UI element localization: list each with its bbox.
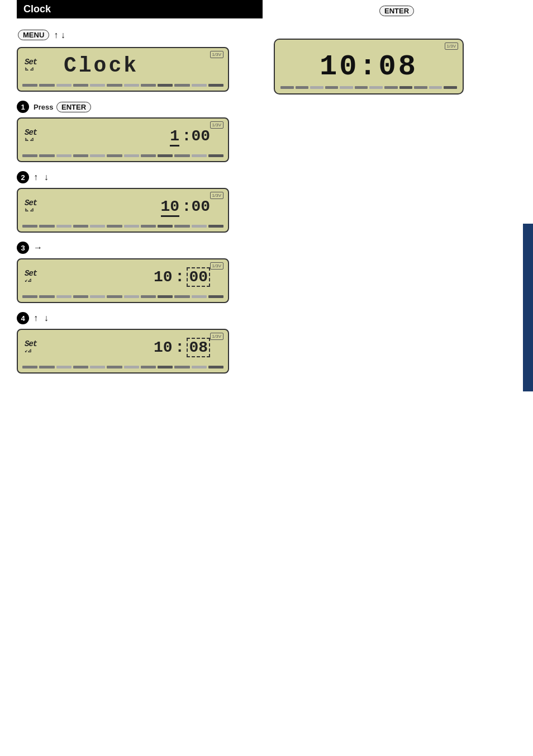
seg bbox=[124, 366, 139, 368]
seg bbox=[208, 84, 223, 87]
set-label-0: Set ⊾⊿ bbox=[25, 58, 58, 72]
seg bbox=[325, 86, 339, 89]
seg bbox=[124, 154, 139, 157]
seg bbox=[296, 86, 309, 89]
lcd-segments-4 bbox=[22, 365, 223, 369]
final-time-display: 10:08 bbox=[320, 50, 418, 83]
seg bbox=[310, 86, 323, 89]
seg bbox=[355, 86, 368, 89]
battery-indicator-final: 1/3V bbox=[445, 42, 458, 50]
step2-label: 2 ↑ ↓ bbox=[17, 171, 263, 183]
step2-time-display: 10 :00 bbox=[161, 198, 210, 215]
seg bbox=[141, 366, 156, 368]
seg bbox=[369, 86, 383, 89]
seg bbox=[90, 225, 105, 228]
seg bbox=[192, 154, 207, 157]
lcd-segments-0 bbox=[22, 83, 223, 87]
seg bbox=[22, 366, 37, 368]
page-title: Clock bbox=[17, 0, 263, 18]
seg bbox=[174, 295, 189, 298]
enter-button-area: ENTER bbox=[274, 6, 520, 16]
seg bbox=[56, 295, 72, 298]
seg bbox=[90, 295, 105, 298]
seg bbox=[90, 366, 105, 368]
seg bbox=[141, 225, 156, 228]
set-label-2: Set ⊾⊿ bbox=[25, 199, 58, 213]
page-tab-marker bbox=[523, 224, 533, 391]
step1-label: 1 Press ENTER bbox=[17, 101, 263, 113]
seg bbox=[192, 84, 207, 87]
seg bbox=[174, 366, 189, 368]
right-arrow-3: → bbox=[34, 243, 42, 252]
seg bbox=[444, 86, 457, 89]
step1-time-display: 1 :00 bbox=[170, 127, 210, 145]
up-arrow-2: ↑ bbox=[34, 172, 38, 182]
seg bbox=[192, 295, 207, 298]
step3-circle: 3 bbox=[17, 242, 29, 254]
step4-time-display: 10 : 08 bbox=[154, 339, 210, 356]
seg bbox=[208, 295, 223, 298]
set-label-1: Set ⊾⊿ bbox=[25, 129, 58, 143]
seg bbox=[174, 84, 189, 87]
seg bbox=[124, 295, 139, 298]
seg bbox=[107, 154, 122, 157]
seg bbox=[39, 84, 54, 87]
lcd-segments-1 bbox=[22, 153, 223, 158]
seg bbox=[73, 366, 88, 368]
seg bbox=[208, 225, 223, 228]
seg bbox=[340, 86, 353, 89]
seg bbox=[56, 84, 72, 87]
lcd-segments-3 bbox=[22, 294, 223, 299]
seg bbox=[192, 366, 207, 368]
lcd-step2-display: 1/3V Set ⊾⊿ 10 :00 bbox=[17, 188, 229, 233]
seg bbox=[56, 366, 72, 368]
seg bbox=[280, 86, 294, 89]
seg bbox=[39, 225, 54, 228]
seg bbox=[192, 225, 207, 228]
seg bbox=[208, 154, 223, 157]
down-arrow-4: ↓ bbox=[44, 313, 49, 323]
seg bbox=[22, 84, 37, 87]
seg bbox=[158, 225, 173, 228]
step4-label: 4 ↑ ↓ bbox=[17, 312, 263, 324]
seg bbox=[22, 225, 37, 228]
lcd-step1-display: 1/3V Set ⊾⊿ 1 :00 bbox=[17, 117, 229, 162]
seg bbox=[414, 86, 427, 89]
seg bbox=[158, 154, 173, 157]
seg bbox=[39, 366, 54, 368]
seg bbox=[107, 366, 122, 368]
left-column: Clock MENU ↑ ↓ 1/3V Set ⊾⊿ Clock bbox=[17, 0, 263, 381]
seg bbox=[56, 154, 72, 157]
seg bbox=[73, 225, 88, 228]
seg bbox=[107, 225, 122, 228]
set-label-4: Set ↙⊿ bbox=[25, 340, 58, 354]
set-label-3: Set ↙⊿ bbox=[25, 270, 58, 284]
seg bbox=[158, 84, 173, 87]
seg bbox=[158, 295, 173, 298]
seg bbox=[107, 84, 122, 87]
lcd-segments-2 bbox=[22, 224, 223, 228]
seg bbox=[384, 86, 398, 89]
seg bbox=[90, 154, 105, 157]
step1-circle: 1 bbox=[17, 101, 29, 113]
lcd-clock-display: 1/3V Set ⊾⊿ Clock bbox=[17, 47, 229, 92]
enter-button-label-right: ENTER bbox=[379, 6, 414, 16]
battery-indicator-1: 1/3V bbox=[210, 121, 223, 129]
seg bbox=[141, 84, 156, 87]
battery-indicator-3: 1/3V bbox=[210, 262, 223, 270]
right-column: ENTER 1/3V 10:08 bbox=[274, 0, 520, 94]
seg bbox=[208, 366, 223, 368]
seg bbox=[39, 154, 54, 157]
seg bbox=[39, 295, 54, 298]
step4-circle: 4 bbox=[17, 312, 29, 324]
enter-button-label-1: ENTER bbox=[56, 102, 91, 112]
menu-button-label: MENU bbox=[18, 30, 49, 40]
seg bbox=[56, 225, 72, 228]
seg bbox=[429, 86, 442, 89]
battery-indicator-2: 1/3V bbox=[210, 192, 223, 199]
lcd-segments-final bbox=[280, 86, 457, 89]
step1-text: Press ENTER bbox=[34, 102, 92, 112]
seg bbox=[22, 154, 37, 157]
seg bbox=[141, 295, 156, 298]
seg bbox=[22, 295, 37, 298]
